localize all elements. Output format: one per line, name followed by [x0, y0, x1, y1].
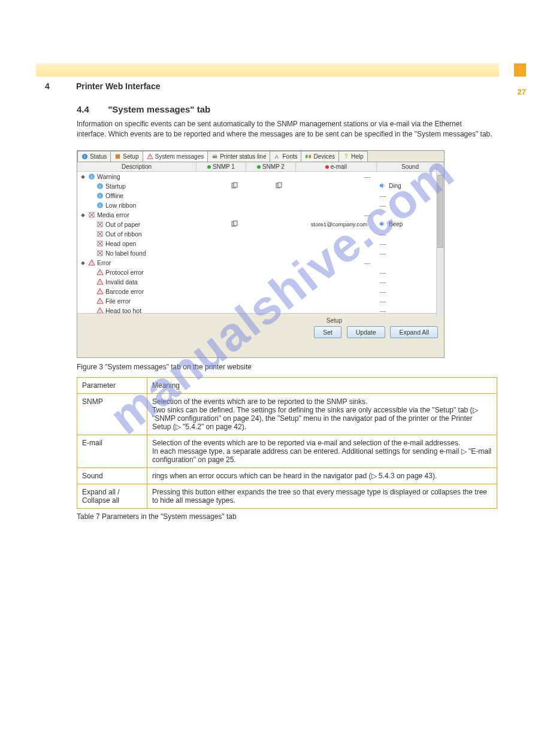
tab-label: Setup — [123, 153, 138, 160]
col-snmp1-label: SNMP 1 — [213, 163, 235, 170]
cell-speaker: --- — [377, 288, 389, 295]
svg-rect-7 — [306, 154, 308, 158]
section-heading: 4 Printer Web Interface — [0, 77, 535, 92]
col-snmp1: SNMP 1 — [197, 162, 246, 171]
cell-speaker: --- — [361, 259, 373, 266]
tree-row[interactable]: !Head too hot--- — [77, 306, 444, 313]
cell-sound: Beep — [389, 221, 419, 227]
cell-speaker: --- — [377, 278, 389, 286]
tab-system-messages[interactable]: !System messages — [143, 151, 208, 162]
col-email-label: e-mail — [331, 163, 347, 170]
tree-row[interactable]: Out of ribbon--- — [77, 229, 444, 239]
tree-toggle-icon[interactable]: ◆ — [81, 260, 88, 266]
svg-text:!: ! — [99, 290, 101, 294]
tree-toggle-icon[interactable]: ◆ — [81, 174, 88, 180]
col-snmp2-label: SNMP 2 — [262, 163, 285, 170]
row-description: iOffline — [77, 192, 213, 199]
row-description: ◆iWarning — [77, 173, 197, 180]
green-dot-icon — [207, 165, 211, 169]
svg-rect-15 — [234, 183, 237, 187]
tree-row[interactable]: No label found--- — [77, 248, 444, 258]
col-email: e-mail — [296, 162, 377, 171]
row-label: Out of ribbon — [105, 230, 142, 238]
cell-param: SNMP — [77, 393, 147, 435]
svg-text:?: ? — [344, 153, 348, 160]
tree-row[interactable]: ◆iWarning--- — [77, 172, 444, 181]
tab-label: Printer status line — [220, 153, 266, 160]
svg-text:!: ! — [99, 309, 101, 313]
cell-s1 — [213, 220, 257, 229]
tree-row[interactable]: !Invalid data--- — [77, 277, 444, 287]
svg-text:!: ! — [91, 261, 92, 265]
cell-param: Expand all / Collapse all — [77, 484, 147, 508]
cell-speaker: --- — [377, 192, 389, 199]
tab-devices[interactable]: Devices — [301, 151, 339, 162]
cell-speaker: --- — [377, 297, 389, 305]
row-label: No label found — [105, 250, 146, 257]
tree-row[interactable]: iStartupDing — [77, 181, 444, 191]
tree-row[interactable]: !File error--- — [77, 296, 444, 306]
tree-row[interactable]: !Barcode error--- — [77, 287, 444, 296]
cell-speaker: --- — [361, 173, 373, 180]
config-table: Parameter Meaning SNMPSelection of the e… — [77, 377, 497, 509]
snmp-icon — [231, 182, 238, 189]
row-label: Startup — [105, 183, 126, 190]
col-snmp2: SNMP 2 — [246, 162, 296, 171]
scrollbar-thumb[interactable] — [437, 175, 443, 248]
svg-text:!: ! — [99, 299, 101, 303]
row-description: No label found — [77, 250, 213, 257]
intro-paragraph: Information on specific events can be se… — [0, 117, 535, 150]
row-label: Invalid data — [105, 278, 138, 286]
table-caption: Table 7 Parameters in the "System messag… — [0, 509, 535, 521]
subsection-text: "System messages" tab — [108, 104, 210, 114]
subsection-number: 4.4 — [77, 104, 105, 114]
media-icon — [96, 230, 104, 238]
speaker-icon — [379, 182, 386, 189]
row-label: Error — [97, 259, 111, 266]
red-dot-icon — [325, 165, 329, 169]
tree-row[interactable]: iLow ribbon--- — [77, 201, 444, 210]
row-label: Head too hot — [105, 307, 141, 313]
footer-panel: Setup Set Update Expand All — [77, 313, 444, 344]
cell-s2 — [257, 182, 301, 190]
section-number: 4 — [45, 81, 74, 91]
row-label: Head open — [105, 240, 136, 247]
cell-speaker: --- — [377, 250, 389, 257]
tree-row[interactable]: iOffline--- — [77, 191, 444, 201]
header-accent — [514, 63, 526, 77]
tab-printer-status-line[interactable]: Printer status line — [207, 151, 270, 162]
snmp-icon — [231, 220, 238, 227]
section-header-bar — [36, 63, 499, 77]
warn-icon: ! — [96, 297, 104, 305]
row-label: Warning — [97, 173, 120, 180]
expand-all-button[interactable]: Expand All — [390, 326, 438, 338]
tab-status[interactable]: iStatus — [77, 151, 111, 162]
table-header-row: Parameter Meaning — [77, 377, 497, 393]
tab-help[interactable]: ?Help — [338, 151, 368, 162]
tree-row[interactable]: ◆Media error--- — [77, 210, 444, 220]
tab-setup[interactable]: Setup — [110, 151, 143, 162]
help-icon: ? — [343, 153, 349, 160]
tree-toggle-icon[interactable]: ◆ — [81, 212, 88, 218]
row-description: Out of paper — [77, 221, 213, 228]
scrollbar[interactable] — [436, 164, 444, 316]
set-button[interactable]: Set — [314, 326, 341, 338]
tree-row[interactable]: ◆!Error--- — [77, 258, 444, 268]
row-description: iStartup — [77, 183, 213, 190]
info-icon: i — [96, 202, 104, 209]
update-button[interactable]: Update — [347, 326, 385, 338]
printer-icon — [211, 153, 218, 160]
svg-text:!: ! — [149, 154, 150, 159]
message-tree[interactable]: ◆iWarning---iStartupDingiOffline---iLow … — [77, 172, 444, 313]
cell-meaning: rings when an error occurs which can be … — [147, 467, 497, 484]
row-label: Out of paper — [105, 221, 140, 228]
cell-speaker: --- — [377, 202, 389, 209]
tree-row[interactable]: Out of paperstore1@company.comBeep — [77, 220, 444, 229]
row-label: Media error — [97, 211, 129, 218]
info-icon: i — [96, 183, 104, 190]
setup-label: Setup — [83, 317, 342, 324]
tab-label: Status — [90, 153, 107, 160]
tree-row[interactable]: !Protocol error--- — [77, 268, 444, 277]
tab-fonts[interactable]: AFonts — [270, 151, 301, 162]
tree-row[interactable]: Head open--- — [77, 239, 444, 248]
